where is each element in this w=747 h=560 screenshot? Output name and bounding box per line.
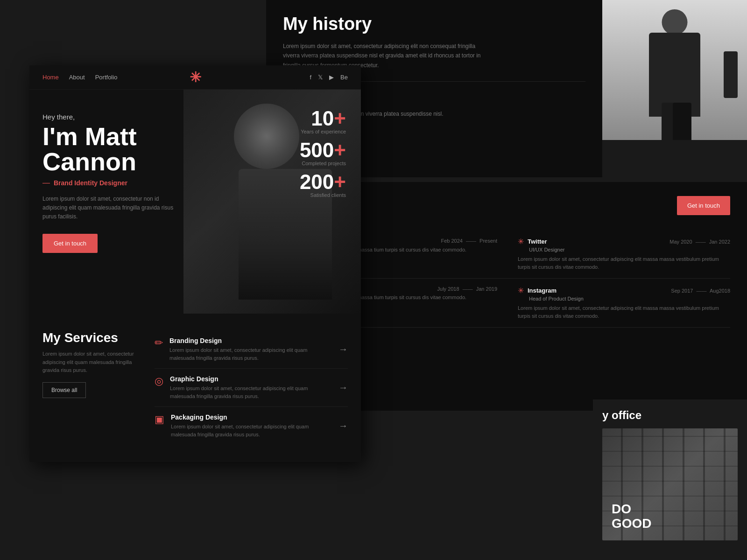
card-office: y office DOGOOD <box>593 399 747 558</box>
exp-dates-3: July 2018 —— Jan 2019 <box>437 286 497 292</box>
branding-name: Branding Design <box>169 337 332 344</box>
exp-dates-1: Feb 2024 —— Present <box>441 238 497 244</box>
card-main: Home About Portfolio ✳ f 𝕏 ▶ Be Hey ther… <box>29 65 361 462</box>
stat-experience-number: 10+ <box>300 108 346 129</box>
exp-role-4: Head of Product Design <box>529 296 730 301</box>
nav-portfolio[interactable]: Portfolio <box>95 74 118 81</box>
service-item-branding: ✏ Branding Design Lorem ipsum dolor sit … <box>155 330 348 369</box>
stat-clients-number: 200+ <box>300 172 346 192</box>
office-title: y office <box>602 409 738 422</box>
graphic-desc: Lorem ipsum dolor sit amet, consectetur … <box>170 385 332 400</box>
stat-clients: 200+ Satisfied clients <box>300 172 346 198</box>
packaging-name: Packaging Design <box>171 413 332 421</box>
office-image: DOGOOD <box>602 428 738 540</box>
exp-dates-4: Sep 2017 —— Aug2018 <box>671 288 730 294</box>
branding-icon: ✏ <box>155 337 163 349</box>
nav-socials: f 𝕏 ▶ Be <box>310 74 348 81</box>
stats-section: 10+ Years of experience 500+ Completed p… <box>300 108 346 198</box>
history-title: My history <box>283 14 585 34</box>
stat-experience: 10+ Years of experience <box>300 108 346 134</box>
hero-section: Hey there, I'm MattCannon — Brand Identi… <box>29 90 361 314</box>
browse-all-button[interactable]: Browse all <box>42 382 86 398</box>
stat-projects-label: Completed projects <box>300 161 346 166</box>
branding-desc: Lorem ipsum dolor sit amet, consectetur … <box>169 346 332 362</box>
exp-item-4: ✳ Instagram Sep 2017 —— Aug2018 Head of … <box>507 279 730 328</box>
hero-greeting: Hey there, <box>42 113 178 121</box>
service-item-graphic: ◎ Graphic Design Lorem ipsum dolor sit a… <box>155 369 348 407</box>
service-item-packaging: ▣ Packaging Design Lorem ipsum dolor sit… <box>155 407 348 445</box>
exp-role-2: UI/UX Designer <box>529 247 730 252</box>
exp-company-4: Instagram <box>528 287 557 294</box>
hero-title-text: Brand Identity Designer <box>54 179 127 187</box>
social-facebook[interactable]: f <box>310 74 311 81</box>
packaging-icon: ▣ <box>155 413 164 426</box>
social-twitter[interactable]: 𝕏 <box>318 74 323 81</box>
exp-desc-2: Lorem ipsum dolor sit amet, consectetur … <box>518 255 730 271</box>
branding-arrow[interactable]: → <box>338 344 348 355</box>
exp-item-2: ✳ Twitter May 2020 —— Jan 2022 UI/UX Des… <box>507 230 730 279</box>
social-behance[interactable]: Be <box>340 74 348 81</box>
card-portrait <box>602 0 747 140</box>
hero-content: Hey there, I'm MattCannon — Brand Identi… <box>42 113 178 253</box>
nav-links: Home About Portfolio <box>42 74 117 81</box>
graphic-arrow[interactable]: → <box>338 382 348 393</box>
nav-logo: ✳ <box>190 69 201 85</box>
get-in-touch-button-2[interactable]: Get in touch <box>677 196 730 215</box>
navbar: Home About Portfolio ✳ f 𝕏 ▶ Be <box>29 65 361 90</box>
stat-experience-label: Years of experience <box>300 129 346 134</box>
get-in-touch-button[interactable]: Get in touch <box>42 234 98 253</box>
services-section: My Services Lorem ipsum dolor sit amet, … <box>29 314 361 462</box>
hero-title-line: — Brand Identity Designer <box>42 179 178 187</box>
graphic-name: Graphic Design <box>170 375 332 383</box>
services-title: My Services <box>42 330 145 345</box>
hero-desc: Lorem ipsum dolor sit amet, consectetur … <box>42 195 178 222</box>
packaging-desc: Lorem ipsum dolor sit amet, consectetur … <box>171 423 332 438</box>
nav-home[interactable]: Home <box>42 74 59 81</box>
exp-company-2: Twitter <box>528 238 547 245</box>
social-youtube[interactable]: ▶ <box>329 74 334 81</box>
services-desc: Lorem ipsum dolor sit amet, consectetur … <box>42 350 145 375</box>
nav-about[interactable]: About <box>69 74 85 81</box>
packaging-arrow[interactable]: → <box>338 420 348 431</box>
exp-desc-4: Lorem ipsum dolor sit amet, consectetur … <box>518 304 730 320</box>
stat-projects: 500+ Completed projects <box>300 140 346 166</box>
exp-dates-2: May 2020 —— Jan 2022 <box>669 239 730 245</box>
graphic-icon: ◎ <box>155 375 163 387</box>
stat-projects-number: 500+ <box>300 140 346 161</box>
hero-name: I'm MattCannon <box>42 124 178 174</box>
